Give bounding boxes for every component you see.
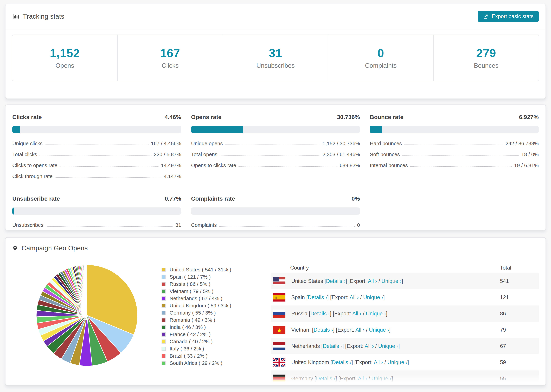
- stat-value: 0: [377, 46, 384, 60]
- rate-value: 30.736%: [337, 114, 360, 120]
- rate-detail-label: Unique opens: [191, 140, 223, 147]
- legend-label: Netherlands ( 67 / 4% ): [170, 295, 222, 301]
- country-cell: Spain [Details ›] [Export: All › / Uniqu…: [271, 293, 500, 301]
- rate-detail-value: 689.82%: [340, 162, 360, 168]
- legend-swatch: [162, 304, 166, 308]
- country-cell: Vietnam [Details ›] [Export: All › / Uni…: [271, 326, 500, 334]
- geo-body: United States ( 541 / 31% ) Spain ( 121 …: [6, 259, 545, 386]
- rate-detail-row: Total opens 2,303 / 61.446%: [191, 152, 360, 157]
- export-basic-stats-button[interactable]: Export basic stats: [478, 11, 539, 22]
- stat-value: 279: [476, 46, 496, 60]
- details-link[interactable]: Details ›: [308, 294, 327, 300]
- country-text: United Kingdom [Details ›] [Export: All …: [291, 359, 409, 365]
- legend-swatch: [162, 289, 166, 294]
- rate-progress-track: [191, 207, 360, 215]
- stat-cell-opens: 1,152 Opens: [12, 35, 118, 81]
- country-text: Vietnam [Details ›] [Export: All › / Uni…: [291, 327, 390, 333]
- dotted-leader: [55, 177, 161, 178]
- bar-chart-icon: [12, 13, 19, 20]
- stats-summary-row: 1,152 Opens167 Clicks31 Unsubscribes0 Co…: [12, 35, 539, 81]
- rate-detail-value: 19 / 6.81%: [514, 162, 539, 168]
- total-cell: 541: [500, 278, 539, 284]
- export-all-link[interactable]: All ›: [355, 327, 365, 333]
- dotted-leader: [60, 166, 158, 167]
- export-all-link[interactable]: All ›: [365, 343, 374, 349]
- legend-label: Vietnam ( 79 / 5% ): [170, 288, 213, 294]
- rate-detail-value: 167 / 4.456%: [151, 140, 181, 147]
- geo-title-text: Campaign Geo Opens: [21, 245, 88, 252]
- rate-block-opens-rate: Opens rate 30.736% Unique opens 1,152 / …: [191, 114, 360, 184]
- country-text: Russia [Details ›] [Export: All › / Uniq…: [291, 311, 387, 317]
- stat-label: Opens: [56, 62, 74, 69]
- rate-progress-fill: [191, 126, 243, 133]
- dotted-leader: [225, 145, 320, 145]
- legend-label: United Kingdom ( 59 / 3% ): [170, 303, 231, 308]
- dotted-leader: [46, 226, 173, 227]
- rate-value: 4.46%: [165, 114, 181, 120]
- export-unique-link[interactable]: Unique ›: [387, 359, 407, 365]
- export-unique-link[interactable]: Unique ›: [366, 311, 386, 317]
- details-link[interactable]: Details ›: [323, 343, 342, 349]
- rate-detail-value: 18 / 0%: [521, 152, 539, 157]
- rate-detail-label: Total clicks: [12, 152, 37, 157]
- total-cell: 55: [500, 376, 539, 382]
- dotted-leader: [40, 155, 151, 156]
- details-link[interactable]: Details ›: [326, 278, 346, 284]
- export-all-link[interactable]: All ›: [368, 278, 377, 284]
- stat-cell-complaints: 0 Complaints: [328, 35, 434, 81]
- legend-item: Italy ( 36 / 2% ): [162, 345, 261, 352]
- geo-header: Campaign Geo Opens: [6, 238, 545, 259]
- details-link[interactable]: Details ›: [313, 327, 333, 333]
- rate-progress-track: [12, 207, 181, 215]
- export-all-link[interactable]: All ›: [374, 359, 383, 365]
- rate-detail-label: Hard bounces: [370, 140, 402, 147]
- rate-progress-fill: [370, 126, 381, 133]
- table-row: United States [Details ›] [Export: All ›…: [271, 273, 539, 289]
- geo-title: Campaign Geo Opens: [12, 245, 88, 252]
- stat-label: Bounces: [474, 62, 498, 69]
- export-unique-link[interactable]: Unique ›: [372, 376, 391, 382]
- rate-progress-track: [370, 126, 539, 133]
- legend-swatch: [162, 296, 166, 301]
- rate-detail-label: Unique clicks: [12, 140, 42, 147]
- legend-swatch: [162, 354, 166, 358]
- legend-item: Spain ( 121 / 7% ): [162, 273, 261, 280]
- export-all-link[interactable]: All ›: [350, 294, 359, 300]
- legend-swatch: [162, 275, 166, 279]
- details-link[interactable]: Details ›: [311, 311, 330, 317]
- details-link[interactable]: Details ›: [332, 359, 352, 365]
- rate-detail-row: Internal bounces 19 / 6.81%: [370, 162, 539, 168]
- total-cell: 59: [500, 359, 539, 365]
- map-pin-icon: [12, 245, 18, 252]
- stat-label: Complaints: [365, 62, 397, 69]
- total-cell: 79: [500, 327, 539, 333]
- export-unique-link[interactable]: Unique ›: [381, 278, 402, 284]
- export-all-link[interactable]: All ›: [358, 376, 367, 382]
- rate-detail-row: Unique opens 1,152 / 30.736%: [191, 140, 360, 147]
- geo-table-header: Country Total: [271, 259, 539, 273]
- export-unique-link[interactable]: Unique ›: [378, 343, 398, 349]
- export-unique-link[interactable]: Unique ›: [363, 294, 383, 300]
- rate-block-bounce-rate: Bounce rate 6.927% Hard bounces 242 / 86…: [370, 114, 539, 184]
- dotted-leader: [45, 145, 148, 145]
- export-basic-stats-label: Export basic stats: [492, 13, 534, 20]
- tracking-stats-card: Tracking stats Export basic stats 1,152 …: [5, 4, 546, 99]
- rate-detail-row: Total clicks 220 / 5.87%: [12, 152, 181, 157]
- rate-detail-label: Click through rate: [12, 173, 53, 179]
- vn-flag-icon: [273, 326, 285, 334]
- legend-label: United States ( 541 / 31% ): [170, 267, 231, 273]
- legend-swatch: [162, 268, 166, 272]
- rate-title: Opens rate: [191, 114, 222, 120]
- rate-head: Opens rate 30.736%: [191, 114, 360, 120]
- country-cell: Germany [Details ›] [Export: All › / Uni…: [271, 375, 500, 383]
- stat-cell-clicks: 167 Clicks: [118, 35, 223, 81]
- details-link[interactable]: Details ›: [316, 376, 336, 382]
- export-all-link[interactable]: All ›: [352, 311, 361, 317]
- tracking-stats-header: Tracking stats Export basic stats: [6, 4, 545, 29]
- geo-pie-chart: [34, 263, 140, 369]
- rate-head: Unsubscribe rate 0.77%: [12, 195, 181, 202]
- nl-flag-icon: [273, 342, 285, 350]
- export-unique-link[interactable]: Unique ›: [369, 327, 389, 333]
- rate-detail-row: Clicks to opens rate 14.497%: [12, 162, 181, 168]
- rate-detail-label: Unsubscribes: [12, 222, 43, 228]
